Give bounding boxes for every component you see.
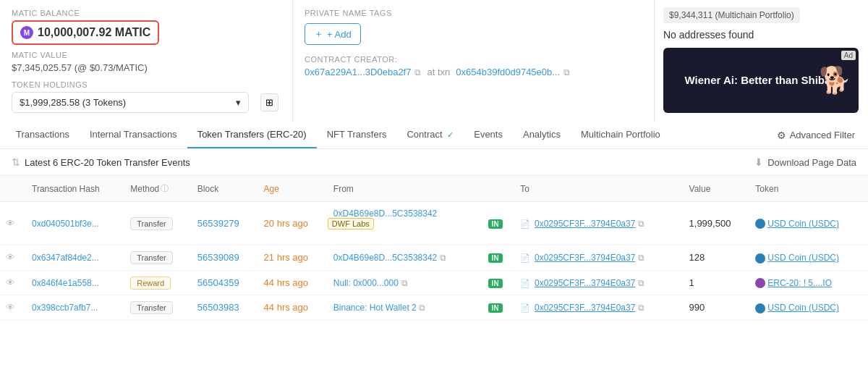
table-row: 👁0x846f4e1a558...Reward5650435944 hrs ag…: [0, 270, 868, 295]
tab-token-transfers[interactable]: Token Transfers (ERC-20): [187, 122, 317, 148]
add-private-name-button[interactable]: ＋ + Add: [305, 23, 361, 45]
no-addresses-text: No addresses found: [663, 29, 859, 41]
contract-txn-address[interactable]: 0x654b39fd0d9745e0b...: [456, 67, 560, 77]
tx-hash-link-1[interactable]: 0x6347af84de2...: [32, 253, 99, 263]
tab-internal-transactions[interactable]: Internal Transactions: [80, 122, 187, 148]
method-info-icon[interactable]: ⓘ: [161, 183, 169, 194]
value-3: 990: [689, 302, 705, 313]
tx-hash-link-3[interactable]: 0x398ccb7afb7...: [32, 303, 98, 313]
block-link-2[interactable]: 56504359: [197, 277, 239, 288]
tx-hash-link-0[interactable]: 0xd040501bf3e...: [32, 219, 99, 229]
tx-hash-link-2[interactable]: 0x846f4e1a558...: [32, 278, 99, 288]
eye-icon-1[interactable]: 👁: [6, 252, 15, 263]
to-addr-1[interactable]: 0x0295CF3F...3794E0a37: [535, 253, 635, 263]
matic-value-label: MATIC VALUE: [12, 51, 281, 59]
from-addr-3[interactable]: Binance: Hot Wallet 2: [333, 303, 417, 313]
ad-banner: Ad Wiener Ai: Better than Shiba? 🐕: [663, 48, 859, 113]
creator-copy-icon[interactable]: ⧉: [414, 67, 421, 77]
matic-value: $7,345,025.57 (@ $0.73/MATIC): [12, 62, 281, 73]
from-addr-2[interactable]: Null: 0x000...000: [333, 278, 399, 288]
th-from: From: [328, 176, 482, 202]
age-text-0: 20 hrs ago: [264, 218, 308, 229]
value-0: 1,999,500: [689, 218, 731, 229]
tab-nft-transfers[interactable]: NFT Transfers: [317, 122, 397, 148]
tab-events[interactable]: Events: [464, 122, 513, 148]
private-name-label: PRIVATE NAME TAGS: [305, 9, 642, 17]
from-addr-0[interactable]: 0xD4B69e8D...5C3538342: [333, 208, 477, 219]
to-doc-icon-3: 📄: [520, 303, 530, 312]
from-copy-icon-2[interactable]: ⧉: [401, 278, 408, 288]
table-row: 👁0x6347af84de2...Transfer5653908921 hrs …: [0, 245, 868, 271]
direction-badge-0: IN: [488, 219, 503, 229]
advanced-filter-label: Advanced Filter: [790, 130, 855, 140]
matic-amount: 10,000,007.92 MATIC: [38, 26, 150, 39]
to-copy-icon-1[interactable]: ⧉: [638, 253, 644, 263]
ad-text: Wiener Ai: Better than Shiba?: [685, 73, 838, 88]
th-method: Method ⓘ: [124, 176, 192, 202]
age-text-3: 44 hrs ago: [264, 302, 308, 313]
to-addr-2[interactable]: 0x0295CF3F...3794E0a37: [535, 278, 635, 288]
matic-balance-label: MATIC BALANCE: [12, 9, 281, 17]
filter-icon: ⚙: [777, 130, 786, 141]
table-row: 👁0x398ccb7afb7...Transfer5650398344 hrs …: [0, 295, 868, 321]
value-2: 1: [689, 277, 694, 288]
block-link-0[interactable]: 56539279: [197, 218, 239, 229]
token-name-2[interactable]: ERC-20: ! 5....IO: [767, 278, 832, 288]
token-copy-button[interactable]: ⊞: [260, 93, 278, 111]
contract-creator-row: 0x67a229A1...3D0eba2f7 ⧉ at txn 0x654b39…: [305, 67, 642, 77]
to-doc-icon-0: 📄: [520, 219, 530, 228]
tab-contract[interactable]: Contract ✓: [396, 122, 464, 148]
method-badge-3: Transfer: [130, 301, 173, 314]
token-name-0[interactable]: USD Coin (USDC): [767, 219, 839, 229]
matic-balance-box: M 10,000,007.92 MATIC: [12, 20, 159, 45]
tab-analytics[interactable]: Analytics: [513, 122, 571, 148]
from-addr-1[interactable]: 0xD4B69e8D...5C3538342: [333, 253, 437, 263]
from-label-0: DWF Labs: [328, 218, 374, 229]
contract-creator-address[interactable]: 0x67a229A1...3D0eba2f7: [305, 67, 411, 77]
to-copy-icon-0[interactable]: ⧉: [638, 219, 644, 229]
token-holdings-label: TOKEN HOLDINGS: [12, 80, 281, 89]
th-direction: [482, 176, 515, 202]
token-holdings-value: $1,999,285.58 (3 Tokens): [20, 97, 126, 108]
th-eye: [0, 176, 26, 202]
contract-creator-label: CONTRACT CREATOR:: [305, 55, 642, 64]
from-copy-icon-3[interactable]: ⧉: [419, 303, 425, 313]
advanced-filter-button[interactable]: ⚙ Advanced Filter: [770, 125, 862, 146]
th-token: Token: [749, 176, 868, 202]
matic-icon: M: [20, 26, 33, 39]
token-name-3[interactable]: USD Coin (USDC): [767, 303, 839, 313]
eye-icon-0[interactable]: 👁: [6, 218, 15, 229]
token-name-1[interactable]: USD Coin (USDC): [767, 253, 839, 263]
download-label: Download Page Data: [767, 157, 856, 168]
events-header: ⇅ Latest 6 ERC-20 Token Transfer Events …: [0, 149, 868, 176]
token-holdings-row: $1,999,285.58 (3 Tokens) ▾ ⊞: [12, 92, 281, 113]
ad-label: Ad: [841, 51, 856, 60]
to-copy-icon-3[interactable]: ⧉: [638, 303, 644, 313]
method-badge-1: Transfer: [130, 251, 173, 264]
at-txn-label: at txn: [427, 67, 450, 77]
method-badge-0: Transfer: [130, 217, 173, 230]
events-title: ⇅ Latest 6 ERC-20 Token Transfer Events: [12, 156, 190, 168]
to-doc-icon-2: 📄: [520, 279, 530, 287]
txn-copy-icon[interactable]: ⧉: [563, 67, 570, 77]
eye-icon-3[interactable]: 👁: [6, 302, 15, 313]
to-addr-3[interactable]: 0x0295CF3F...3794E0a37: [535, 303, 635, 313]
chevron-down-icon: ▾: [236, 97, 241, 108]
token-holdings-dropdown[interactable]: $1,999,285.58 (3 Tokens) ▾: [12, 92, 249, 113]
download-button[interactable]: ⬇ Download Page Data: [754, 156, 856, 168]
block-link-1[interactable]: 56539089: [197, 252, 239, 263]
to-copy-icon-2[interactable]: ⧉: [638, 278, 644, 288]
block-link-3[interactable]: 56503983: [197, 302, 239, 313]
th-tx-hash: Transaction Hash: [26, 176, 124, 202]
tab-transactions[interactable]: Transactions: [6, 122, 80, 148]
contract-check-icon: ✓: [447, 130, 454, 139]
tab-multichain-portfolio[interactable]: Multichain Portfolio: [571, 122, 671, 148]
portfolio-badge: $9,344,311 (Multichain Portfolio): [663, 7, 800, 23]
events-title-text: Latest 6 ERC-20 Token Transfer Events: [25, 157, 190, 168]
age-text-2: 44 hrs ago: [264, 277, 308, 288]
table-row: 👁0xd040501bf3e...Transfer5653927920 hrs …: [0, 202, 868, 245]
from-copy-icon-1[interactable]: ⧉: [440, 253, 446, 263]
th-age[interactable]: Age: [258, 176, 328, 202]
to-addr-0[interactable]: 0x0295CF3F...3794E0a37: [535, 219, 635, 229]
eye-icon-2[interactable]: 👁: [6, 277, 15, 288]
